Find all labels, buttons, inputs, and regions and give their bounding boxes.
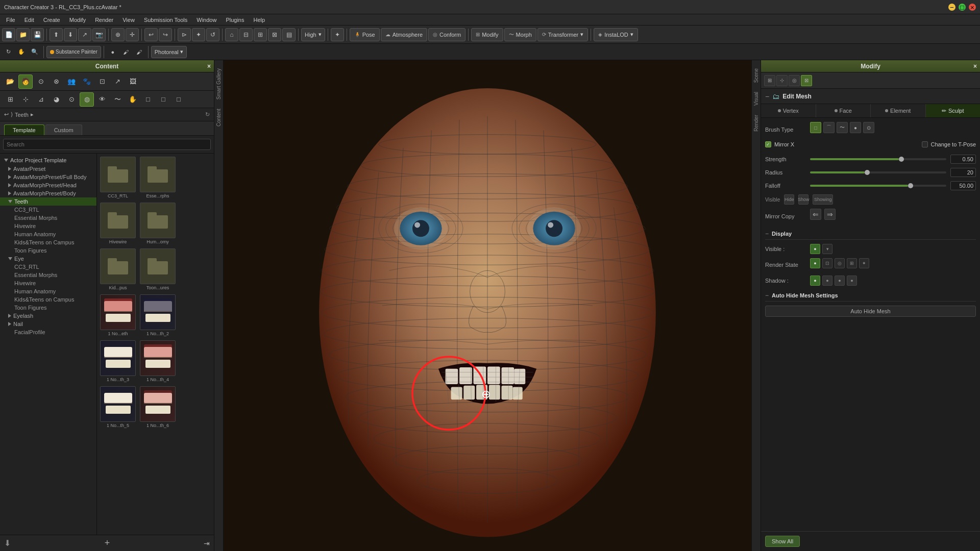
side-tab-render[interactable]: Render	[752, 111, 761, 136]
material-sphere-btn[interactable]: ●	[107, 46, 119, 58]
rotate-view-btn[interactable]: ↻	[2, 46, 14, 58]
maximize-button[interactable]: □	[959, 4, 966, 11]
accessory-icon-btn[interactable]: ⊗	[49, 74, 63, 89]
mirror-copy-left[interactable]: ⇐	[810, 209, 821, 220]
menu-modify[interactable]: Modify	[65, 16, 90, 24]
tree-avatar-preset[interactable]: AvatarPreset	[0, 165, 96, 173]
image-icon-btn[interactable]: 🖼	[126, 74, 140, 89]
thumb-esserphs[interactable]: Esse...rphs	[140, 157, 176, 198]
home-view[interactable]: ⌂	[225, 28, 238, 41]
person-icon-btn[interactable]: 🧑	[18, 74, 33, 89]
tree-morph-head[interactable]: AvatarMorphPreset/Head	[0, 181, 96, 189]
brush-type-3[interactable]: 〜	[837, 122, 848, 133]
search-input[interactable]	[3, 139, 211, 150]
quality-dropdown[interactable]: High ▾	[301, 28, 325, 41]
side-tab-scene[interactable]: Scene	[752, 64, 761, 87]
thumb-teeth-2[interactable]: 1 No...th_2	[140, 294, 176, 336]
mesh-tab-vertex[interactable]: Vertex	[761, 104, 816, 117]
close-button[interactable]: ×	[969, 4, 976, 11]
perspective[interactable]: ⊠	[268, 28, 281, 41]
menu-window[interactable]: Window	[192, 16, 220, 24]
hide-btn[interactable]: Hide	[784, 194, 794, 205]
save-button[interactable]: 💾	[31, 28, 44, 41]
strength-value-input[interactable]	[950, 155, 976, 164]
breadcrumb-forward[interactable]: ⟩	[11, 111, 13, 118]
mod-icon-4[interactable]: ⊠	[801, 75, 812, 86]
render-cube-btn[interactable]: ⊡	[822, 258, 832, 268]
modify-close-button[interactable]: ×	[973, 63, 977, 70]
instalod-button[interactable]: ◈ InstaLOD ▾	[594, 28, 638, 41]
side-tab-visual[interactable]: Visual	[752, 88, 761, 110]
brush-type-1[interactable]: □	[810, 122, 821, 133]
extra2-btn[interactable]: □	[156, 92, 170, 107]
menu-render[interactable]: Render	[91, 16, 117, 24]
pose-button[interactable]: 🧍 Pose	[350, 28, 380, 41]
shadow-green-btn[interactable]: ●	[810, 276, 820, 286]
falloff-value-input[interactable]	[950, 181, 976, 190]
brush-type-2[interactable]: ⌒	[823, 122, 835, 133]
minimize-button[interactable]: −	[948, 4, 955, 11]
thumb-kidpus[interactable]: Kid...pus	[100, 248, 136, 290]
import-button[interactable]: ⬆	[50, 28, 63, 41]
mod-icon-1[interactable]: ⊞	[764, 75, 775, 86]
strength-thumb[interactable]	[899, 157, 904, 162]
tree-eye-kids[interactable]: Kids&Teens on Campus	[0, 295, 96, 304]
strength-track[interactable]	[810, 158, 946, 160]
select-tool[interactable]: ⊳	[178, 28, 191, 41]
new-button[interactable]: 📄	[2, 28, 15, 41]
side-tab-content[interactable]: Content	[214, 105, 223, 131]
morph2-btn[interactable]: ◍	[80, 92, 94, 107]
tree-nail[interactable]: Nail	[0, 320, 96, 328]
thumb-teeth-1[interactable]: 1 No...eth	[100, 294, 136, 336]
viewport-opt[interactable]: ▤	[282, 28, 296, 41]
transformer-button[interactable]: ⟳ Transformer ▾	[537, 28, 589, 41]
extra3-btn[interactable]: □	[172, 92, 186, 107]
capture-button[interactable]: 📷	[92, 28, 106, 41]
tree-teeth-hivewire[interactable]: Hivewire	[0, 222, 96, 230]
shadow-grey2-btn[interactable]: ●	[835, 276, 845, 286]
menu-plugins[interactable]: Plugins	[222, 16, 248, 24]
menu-create[interactable]: Create	[39, 16, 64, 24]
breadcrumb-back[interactable]: ↩	[4, 111, 9, 118]
paint-btn[interactable]: 🖌	[120, 46, 132, 58]
hair-icon-btn[interactable]: ↗	[110, 74, 125, 89]
tree-teeth-essential[interactable]: Essential Morphs	[0, 214, 96, 222]
tree-eye-humananat[interactable]: Human Anatomy	[0, 287, 96, 295]
autohide-collapse[interactable]: −	[765, 292, 769, 299]
shader-btn[interactable]: 〜	[110, 92, 125, 107]
falloff-track[interactable]	[810, 185, 946, 187]
show-btn[interactable]: Show	[798, 194, 808, 205]
group-icon-btn[interactable]: 👥	[64, 74, 79, 89]
custom-tab[interactable]: Custom	[45, 124, 82, 135]
radius-track[interactable]	[810, 171, 946, 173]
conform-button[interactable]: ◎ Conform	[428, 28, 465, 41]
render-expand-btn[interactable]: ⊞	[847, 258, 857, 268]
side-tab-smart-gallery[interactable]: Smart Gallery	[214, 64, 223, 104]
creature-icon-btn[interactable]: 🐾	[80, 74, 94, 89]
import-asset-btn[interactable]: ⇥	[204, 539, 210, 547]
menu-file[interactable]: File	[2, 16, 19, 24]
render-green-btn[interactable]: ●	[810, 258, 820, 268]
paint2-btn[interactable]: 🖌	[133, 46, 145, 58]
thumb-teeth-6[interactable]: 1 No...th_6	[140, 386, 176, 428]
mesh-tab-element[interactable]: Element	[871, 104, 926, 117]
render-sphere-btn[interactable]: ◎	[835, 258, 845, 268]
rotate-tool[interactable]: ↺	[206, 28, 219, 41]
menu-view[interactable]: View	[118, 16, 139, 24]
tree-teeth-cc3rtl[interactable]: CC3_RTL	[0, 206, 96, 214]
thumb-hivewire[interactable]: Hivewire	[100, 203, 136, 244]
falloff-thumb[interactable]	[908, 183, 913, 188]
menu-edit[interactable]: Edit	[20, 16, 38, 24]
tree-eye[interactable]: Eye	[0, 255, 96, 263]
light-btn[interactable]: ✦	[331, 28, 344, 41]
tree-teeth[interactable]: Teeth	[0, 197, 96, 206]
light2-btn[interactable]: ⊙	[64, 92, 79, 107]
tree-teeth-humananat[interactable]: Human Anatomy	[0, 230, 96, 238]
morph-button[interactable]: 〜 Morph	[504, 28, 536, 41]
menu-submission-tools[interactable]: Submission Tools	[140, 16, 191, 24]
radius-thumb[interactable]	[865, 170, 870, 175]
brush-type-5[interactable]: ⊙	[863, 122, 874, 133]
mirror-copy-right[interactable]: ⇒	[824, 209, 836, 220]
shadow-grey1-btn[interactable]: ●	[822, 276, 832, 286]
edit-mesh-collapse[interactable]: −	[765, 92, 769, 101]
